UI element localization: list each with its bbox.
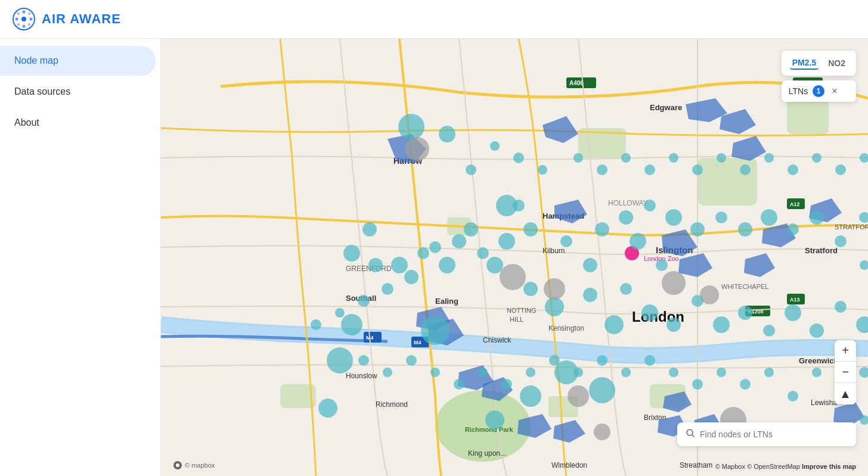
svg-point-180 [501,379,512,390]
svg-point-170 [740,379,751,390]
svg-point-190 [500,264,526,290]
svg-point-167 [812,368,822,377]
svg-point-112 [738,306,752,320]
logo-container: AIR AWARE [12,7,121,31]
svg-point-111 [713,316,730,333]
compass-button[interactable]: ▲ [835,383,856,405]
svg-text:A12: A12 [790,201,800,207]
search-icon [686,428,695,440]
svg-text:Ealing: Ealing [435,297,458,306]
svg-point-94 [485,410,504,430]
svg-text:Edgware: Edgware [650,103,682,112]
svg-point-120 [595,222,609,237]
svg-point-100 [391,257,408,273]
svg-point-143 [343,245,360,262]
svg-point-171 [717,368,726,377]
svg-text:Hounslow: Hounslow [346,372,377,380]
map-controls: PM2.5 NO2 LTNs 1 × [782,51,856,102]
svg-point-89 [421,316,450,345]
svg-point-154 [692,164,703,175]
svg-point-158 [788,164,798,175]
sidebar-item-node-map[interactable]: Node map [0,46,156,76]
svg-point-92 [520,385,541,407]
svg-point-146 [513,153,524,163]
svg-point-127 [715,211,727,223]
svg-point-168 [788,391,798,402]
svg-point-125 [665,209,682,226]
svg-point-87 [398,114,424,140]
svg-point-149 [574,153,583,163]
svg-point-183 [430,368,440,377]
svg-text:A406: A406 [569,80,584,86]
svg-point-97 [318,399,337,418]
svg-point-188 [311,319,321,330]
svg-point-153 [669,153,678,163]
svg-point-113 [763,325,775,337]
map-container[interactable]: Richmond Park A406 A1083 M4 M4 [161,39,868,476]
no2-button[interactable]: NO2 [826,57,848,69]
svg-point-173 [669,368,678,377]
svg-point-179 [526,368,535,377]
svg-point-195 [568,385,589,407]
svg-point-1 [21,17,26,21]
sidebar: Node map Data sources About [0,39,161,476]
svg-point-132 [835,235,847,247]
svg-point-3 [23,25,26,28]
svg-point-172 [692,379,703,390]
svg-point-109 [666,318,681,332]
svg-point-159 [812,153,822,163]
svg-text:Greenwich: Greenwich [799,356,839,365]
svg-text:King upon...: King upon... [468,449,506,458]
svg-point-118 [583,258,597,272]
sidebar-item-data-sources[interactable]: Data sources [0,77,156,107]
svg-point-139 [417,247,429,259]
search-input[interactable] [700,430,848,439]
svg-point-136 [477,247,489,259]
zoom-in-button[interactable]: + [835,340,856,362]
ltn-close-button[interactable]: × [832,86,837,97]
svg-point-108 [641,304,658,321]
svg-point-2 [23,11,26,14]
svg-point-124 [644,200,656,211]
svg-point-121 [630,233,646,250]
svg-point-189 [405,137,429,161]
svg-text:Stratford: Stratford [805,246,838,255]
svg-text:A13: A13 [790,297,800,303]
pm25-button[interactable]: PM2.5 [790,57,819,70]
svg-point-99 [362,222,377,237]
svg-point-129 [761,209,777,226]
svg-point-6 [17,13,20,15]
svg-point-181 [478,368,488,377]
svg-point-174 [644,355,655,366]
svg-point-126 [690,222,705,237]
svg-point-152 [644,164,655,175]
svg-point-106 [583,288,597,302]
svg-point-175 [621,368,631,377]
svg-point-133 [513,200,525,211]
svg-point-184 [406,355,417,366]
ltn-count-badge: 1 [813,85,824,97]
svg-point-144 [358,295,370,307]
svg-point-95 [341,314,362,335]
svg-point-131 [810,210,824,225]
svg-point-148 [466,164,476,175]
sidebar-item-about[interactable]: About [0,108,156,138]
svg-point-196 [594,424,610,440]
svg-point-123 [619,210,633,225]
zoom-out-button[interactable]: − [835,362,856,383]
improve-map-link[interactable]: Improve this map [802,463,856,470]
svg-point-138 [439,257,455,273]
svg-text:WHITECHAPEL: WHITECHAPEL [721,283,768,290]
svg-text:Richmond: Richmond [376,400,408,409]
svg-point-102 [464,222,478,237]
svg-point-142 [368,258,383,272]
ltn-label: LTNs [789,86,808,96]
svg-point-104 [523,282,538,296]
svg-point-8 [17,23,20,26]
svg-rect-16 [698,158,757,206]
svg-text:HILL: HILL [510,316,523,323]
svg-point-145 [490,141,500,151]
header: AIR AWARE [0,0,868,39]
svg-text:Streatham: Streatham [680,461,712,469]
svg-point-122 [656,259,668,271]
